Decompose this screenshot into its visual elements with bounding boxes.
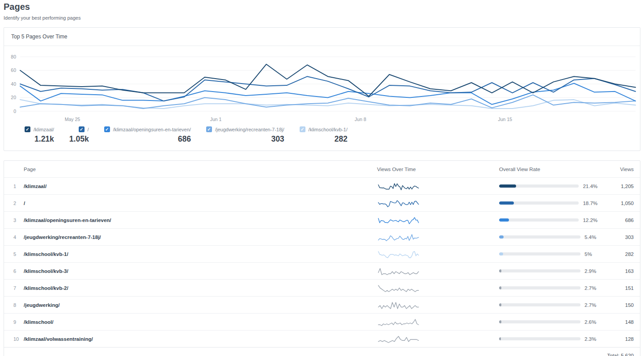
- legend-item-label: /jeugdwerking/recreanten-7-18j/: [215, 127, 284, 132]
- view-rate-label: 2.7%: [585, 302, 596, 308]
- legend-item-value: 1.05k: [69, 134, 89, 144]
- column-header-views-over-time: Views Over Time: [345, 167, 467, 172]
- legend-item-label: /: [88, 127, 89, 132]
- table-row: 8 /jeugdwerking/ 2.7% 150: [4, 296, 640, 313]
- checkbox-checked-icon[interactable]: [79, 126, 85, 132]
- view-rate-bar-fill: [499, 269, 501, 272]
- view-rate-bar-fill: [499, 303, 501, 306]
- table-row: 3 /klimzaal/openingsuren-en-tarieven/ 12…: [4, 211, 640, 228]
- row-sparkline: [377, 266, 420, 276]
- table-row: 2 / 18.7% 1,050: [4, 194, 640, 211]
- view-rate-label: 21.4%: [583, 184, 597, 189]
- row-sparkline: [377, 198, 420, 208]
- legend-item-label: /klimschool/kvb-1/: [309, 127, 347, 132]
- view-rate-bar-track: [499, 252, 580, 255]
- row-page-path: /klimzaal/volwassentraining/: [24, 336, 345, 342]
- view-rate-label: 2.9%: [585, 268, 596, 274]
- legend-toggle[interactable]: /klimzaal/openingsuren-en-tarieven/: [104, 126, 191, 132]
- row-page-path: /: [24, 201, 345, 206]
- table-header-row: Page Views Over Time Overall View Rate V…: [4, 161, 640, 177]
- row-rank: 9: [4, 319, 24, 325]
- row-rank: 7: [4, 285, 24, 291]
- svg-text:40: 40: [11, 81, 16, 87]
- checkbox-checked-icon[interactable]: [104, 126, 110, 132]
- row-rank: 3: [4, 218, 24, 223]
- row-rank: 1: [4, 184, 24, 189]
- legend-toggle[interactable]: /jeugdwerking/recreanten-7-18j/: [206, 126, 284, 132]
- legend-item-label: /klimzaal/openingsuren-en-tarieven/: [113, 127, 191, 132]
- svg-text:80: 80: [11, 54, 16, 59]
- view-rate-bar-track: [499, 286, 580, 289]
- view-rate-label: 18.7%: [583, 201, 597, 206]
- legend-item-value: 686: [104, 134, 191, 144]
- view-rate-bar-track: [499, 235, 580, 239]
- row-sparkline: [377, 283, 420, 293]
- chart-card-title: Top 5 Pages Over Time: [4, 28, 640, 46]
- svg-text:Jun 1: Jun 1: [210, 117, 222, 122]
- legend-item-label: /klimzaal/: [34, 127, 54, 132]
- checkbox-checked-icon[interactable]: [300, 126, 305, 132]
- checkbox-checked-icon[interactable]: [25, 126, 30, 132]
- table-total-row: Total: 5,620: [4, 347, 640, 356]
- table-row: 5 /klimschool/kvb-1/ 5% 282: [4, 245, 640, 262]
- svg-text:Jun 8: Jun 8: [355, 117, 366, 122]
- row-page-path: /jeugdwerking/recreanten-7-18j/: [24, 235, 345, 240]
- row-views: 686: [597, 218, 640, 223]
- row-sparkline: [377, 300, 420, 310]
- pages-report: Pages Identify your best performing page…: [0, 0, 644, 356]
- row-page-path: /klimzaal/openingsuren-en-tarieven/: [24, 218, 345, 223]
- view-rate-label: 2.6%: [585, 319, 596, 325]
- row-rank: 2: [4, 201, 24, 206]
- row-views: 1,050: [597, 201, 640, 206]
- legend-toggle[interactable]: /: [79, 126, 89, 132]
- row-rank: 10: [4, 336, 24, 342]
- view-rate-bar-fill: [499, 337, 501, 340]
- row-page-path: /klimzaal/: [24, 184, 345, 189]
- svg-text:Jun 15: Jun 15: [498, 117, 513, 122]
- table-row: 1 /klimzaal/ 21.4% 1,205: [4, 177, 640, 194]
- column-header-views: Views: [597, 167, 640, 172]
- table-row: 6 /klimschool/kvb-3/ 2.9% 163: [4, 262, 640, 279]
- top-pages-card: Top 5 Pages Over Time 020406080May 25Jun…: [4, 27, 640, 151]
- legend-toggle[interactable]: /klimzaal/: [25, 126, 54, 132]
- row-views: 148: [597, 319, 640, 325]
- view-rate-bar-track: [499, 201, 579, 205]
- row-rank: 8: [4, 302, 24, 308]
- svg-text:20: 20: [11, 95, 16, 100]
- svg-text:May 25: May 25: [65, 117, 80, 122]
- row-page-path: /klimschool/: [24, 319, 345, 325]
- row-sparkline: [377, 232, 420, 242]
- row-views: 163: [597, 268, 640, 274]
- table-row: 7 /klimschool/kvb-2/ 2.7% 151: [4, 279, 640, 296]
- total-views: Total: 5,620: [607, 353, 634, 356]
- table-row: 9 /klimschool/ 2.6% 148: [4, 313, 640, 330]
- row-page-path: /klimschool/kvb-3/: [24, 268, 345, 274]
- row-sparkline: [377, 249, 420, 259]
- svg-text:0: 0: [13, 109, 16, 114]
- chart-legend: /klimzaal/ 1.21k / 1.05k /klimzaal/openi…: [4, 126, 640, 151]
- legend-item: /jeugdwerking/recreanten-7-18j/ 303: [206, 126, 284, 144]
- view-rate-bar-fill: [499, 320, 501, 323]
- column-header-overall-view-rate: Overall View Rate: [467, 167, 597, 172]
- view-rate-label: 5%: [585, 251, 592, 257]
- row-sparkline: [377, 181, 420, 191]
- legend-item: /klimschool/kvb-1/ 282: [300, 126, 347, 144]
- page-title: Pages: [4, 2, 640, 12]
- row-views: 150: [597, 302, 640, 308]
- row-page-path: /klimschool/kvb-1/: [24, 251, 345, 257]
- row-views: 303: [597, 235, 640, 240]
- row-views: 128: [597, 336, 640, 342]
- pages-table-card: Page Views Over Time Overall View Rate V…: [4, 160, 640, 356]
- legend-toggle[interactable]: /klimschool/kvb-1/: [300, 126, 347, 132]
- page-subtitle: Identify your best performing pages: [4, 15, 640, 21]
- legend-item-value: 303: [206, 134, 284, 144]
- checkbox-checked-icon[interactable]: [206, 126, 212, 132]
- legend-item: /klimzaal/openingsuren-en-tarieven/ 686: [104, 126, 191, 144]
- view-rate-label: 12.2%: [583, 218, 597, 223]
- top-pages-line-chart[interactable]: 020406080May 25Jun 1Jun 8Jun 15: [4, 50, 640, 126]
- view-rate-bar-track: [499, 303, 580, 306]
- legend-item: / 1.05k: [69, 126, 89, 144]
- row-sparkline: [377, 317, 420, 327]
- view-rate-label: 2.7%: [585, 285, 596, 291]
- row-page-path: /jeugdwerking/: [24, 302, 345, 308]
